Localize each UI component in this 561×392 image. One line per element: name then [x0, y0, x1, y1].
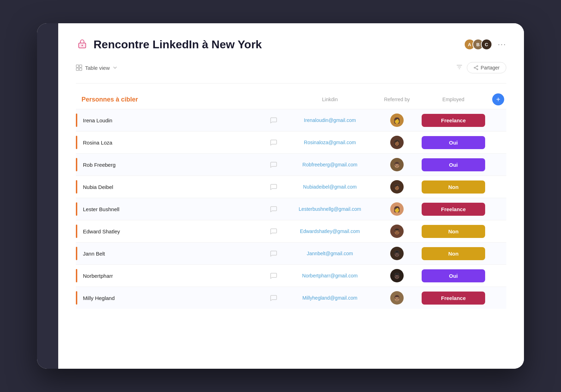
chat-icon[interactable] [263, 183, 284, 191]
status-badge: Non [422, 225, 485, 238]
person-name: Rob Freeberg [83, 162, 116, 168]
person-name: Rosina Loza [83, 140, 112, 146]
table-column-headers: Personnes à cibler Linkdin Referred by E… [76, 93, 506, 109]
referred-avatar: 👩🏾 [390, 136, 404, 149]
email-link[interactable]: Rosinaloza@gmail.com [284, 140, 376, 145]
chat-icon[interactable] [263, 205, 284, 213]
avatars-group: A B C [464, 39, 492, 50]
table-body: Irena Loudin Irenaloudin@gmail.com 👩 Fre… [76, 109, 506, 309]
add-column-button[interactable]: + [492, 93, 504, 105]
email-link[interactable]: Edwardshatley@gmail.com [284, 228, 376, 234]
referred-avatar: 👩🏾 [390, 180, 404, 194]
status-badge: Freelance [422, 292, 485, 305]
more-options-button[interactable]: ··· [498, 40, 506, 49]
table-row: Milly Hegland Millyhegland@gmail.com 👨🏽 … [76, 287, 506, 309]
referred-avatar: 👨🏽 [390, 291, 404, 305]
status-badge: Non [422, 247, 485, 260]
row-name: Milly Hegland [76, 291, 263, 305]
page-header: Rencontre LinkedIn à New York A B C ··· [76, 37, 506, 51]
orange-bar [76, 269, 77, 282]
page-title: Rencontre LinkedIn à New York [94, 38, 262, 51]
status-cell: Non [418, 180, 489, 194]
status-cell: Oui [418, 136, 489, 149]
svg-point-7 [477, 66, 478, 67]
email-link[interactable]: Lesterbushnellg@gmail.com [284, 206, 376, 212]
referred-avatar: 👨🏽 [390, 158, 404, 171]
status-badge: Oui [422, 269, 485, 282]
avatar: C [481, 39, 492, 50]
toolbar: Table view [76, 62, 506, 73]
chat-icon[interactable] [263, 116, 284, 124]
filter-icon[interactable] [456, 64, 463, 72]
email-link[interactable]: Jannbelt@gmail.com [284, 251, 376, 256]
status-cell: Freelance [418, 114, 489, 127]
toolbar-right: Partager [456, 62, 506, 73]
sidebar [37, 23, 58, 369]
status-cell: Oui [418, 269, 489, 282]
orange-bar [76, 114, 77, 127]
status-cell: Non [418, 225, 489, 238]
chat-icon[interactable] [263, 272, 284, 280]
table-row: Rosina Loza Rosinaloza@gmail.com 👩🏾 Oui [76, 131, 506, 153]
chat-icon[interactable] [263, 250, 284, 257]
person-name: Nubia Deibel [83, 184, 113, 190]
referred-avatar-cell: 👨🏿 [376, 247, 418, 260]
row-name: Jann Belt [76, 247, 263, 260]
table-icon [76, 65, 82, 71]
view-selector[interactable]: Table view [76, 65, 117, 71]
person-name: Jann Belt [83, 251, 105, 257]
table-row: Jann Belt Jannbelt@gmail.com 👨🏿 Non [76, 242, 506, 264]
chat-icon[interactable] [263, 139, 284, 146]
divider [76, 83, 506, 84]
svg-point-8 [477, 69, 478, 70]
referred-avatar: 👩 [390, 114, 404, 127]
table-row: Irena Loudin Irenaloudin@gmail.com 👩 Fre… [76, 109, 506, 131]
referred-avatar-cell: 👨🏾 [376, 225, 418, 238]
chevron-down-icon [113, 65, 117, 70]
referred-avatar-cell: 👨🏽 [376, 291, 418, 305]
header-right: A B C ··· [464, 39, 506, 50]
referred-avatar-cell: 👩🏾 [376, 136, 418, 149]
status-badge: Oui [422, 136, 485, 149]
data-table: Personnes à cibler Linkdin Referred by E… [76, 93, 506, 309]
person-name: Milly Hegland [83, 295, 115, 301]
main-content: Rencontre LinkedIn à New York A B C ··· [58, 23, 524, 369]
chat-icon[interactable] [263, 294, 284, 302]
orange-bar [76, 136, 77, 149]
col-employed: Employed [418, 97, 489, 102]
table-row: Lester Bushnell Lesterbushnellg@gmail.co… [76, 198, 506, 220]
share-button[interactable]: Partager [467, 62, 506, 73]
svg-point-9 [474, 67, 475, 68]
email-link[interactable]: Norbertpharr@gmail.com [284, 273, 376, 278]
svg-rect-4 [79, 65, 82, 67]
row-name: Nubia Deibel [76, 180, 263, 194]
status-cell: Oui [418, 158, 489, 171]
row-name: Edward Shatley [76, 225, 263, 238]
email-link[interactable]: Irenaloudin@gmail.com [284, 117, 376, 123]
email-link[interactable]: Millyhegland@gmail.com [284, 295, 376, 301]
row-name: Rob Freeberg [76, 158, 263, 171]
chat-icon[interactable] [263, 227, 284, 235]
svg-rect-6 [79, 68, 82, 71]
status-badge: Oui [422, 158, 485, 171]
orange-bar [76, 225, 77, 238]
col-referred: Referred by [376, 97, 418, 102]
person-name: Norbertpharr [83, 273, 113, 279]
referred-avatar: 👨🏿 [390, 269, 404, 282]
svg-point-2 [82, 45, 83, 46]
table-row: Nubia Deibel Nubiadeibel@gmail.com 👩🏾 No… [76, 176, 506, 198]
status-cell: Freelance [418, 203, 489, 216]
referred-avatar-cell: 👨🏿 [376, 269, 418, 282]
referred-avatar: 👨🏾 [390, 225, 404, 238]
header-left: Rencontre LinkedIn à New York [76, 37, 262, 51]
chat-icon[interactable] [263, 161, 284, 169]
section-title: Personnes à cibler [82, 96, 263, 103]
table-row: Edward Shatley Edwardshatley@gmail.com 👨… [76, 220, 506, 242]
svg-rect-3 [76, 65, 79, 67]
email-link[interactable]: Nubiadeibel@gmail.com [284, 184, 376, 190]
svg-rect-5 [76, 68, 79, 71]
view-label: Table view [85, 65, 110, 71]
email-link[interactable]: Robfreeberg@gmail.com [284, 162, 376, 167]
person-name: Irena Loudin [83, 117, 112, 123]
referred-avatar-cell: 👩🏾 [376, 180, 418, 194]
